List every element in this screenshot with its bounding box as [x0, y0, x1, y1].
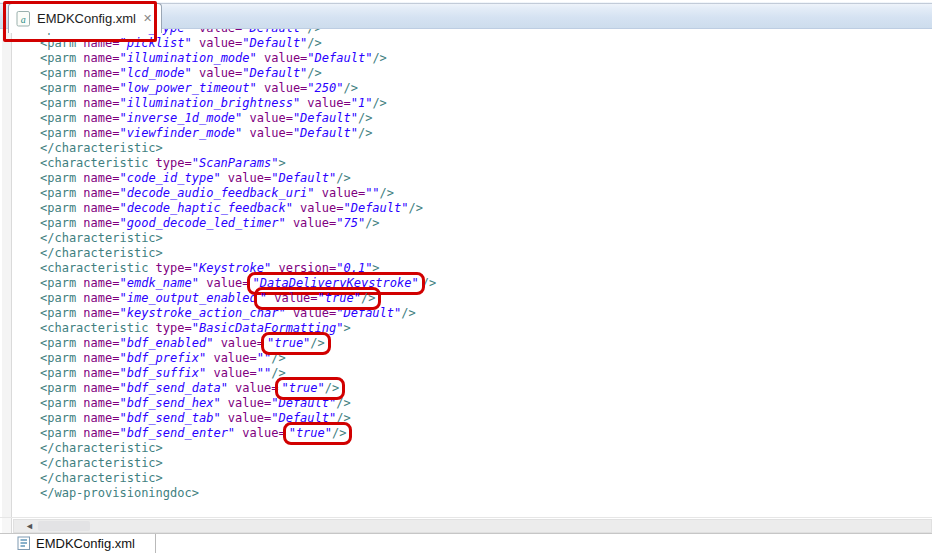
code-line[interactable]: </characteristic>	[40, 471, 932, 486]
bottom-tab-emdkconfig-xml[interactable]: EMDKConfig.xml	[13, 534, 156, 553]
code-line[interactable]: <parm name="keystroke_action_char" value…	[40, 306, 932, 321]
code-line[interactable]: </characteristic>	[40, 456, 932, 471]
tab-title: EMDKConfig.xml	[37, 11, 136, 26]
code-editor[interactable]: <parm name="aim_type" value="Default"/><…	[0, 29, 932, 517]
code-line[interactable]: <parm name="inverse_1d_mode" value="Defa…	[40, 111, 932, 126]
code-line[interactable]: <characteristic type="Keystroke" version…	[40, 261, 932, 276]
code-line[interactable]: <parm name="viewfinder_mode" value="Defa…	[40, 126, 932, 141]
tab-emdkconfig-xml[interactable]: a EMDKConfig.xml ✕	[8, 3, 162, 33]
close-icon[interactable]: ✕	[142, 13, 153, 24]
code-line[interactable]: </characteristic>	[40, 441, 932, 456]
code-line[interactable]: <parm name="bdf_prefix" value=""/>	[40, 351, 932, 366]
annotation-box: "true"/>	[261, 332, 331, 355]
ruler-stub	[2, 518, 12, 533]
annotation-box: "true"/>	[283, 422, 353, 445]
code-line[interactable]: </characteristic>	[40, 231, 932, 246]
annotation-ruler	[2, 29, 12, 517]
annotation-box: " value="true"/>	[254, 287, 382, 310]
code-line[interactable]: <characteristic type="BasicDataFormattin…	[40, 321, 932, 336]
scroll-left-icon[interactable]: ◄	[14, 522, 34, 531]
code-line[interactable]: </characteristic>	[40, 246, 932, 261]
code-line[interactable]: <parm name="decode_audio_feedback_uri" v…	[40, 186, 932, 201]
code-line[interactable]: </characteristic>	[40, 141, 932, 156]
svg-text:a: a	[21, 13, 26, 24]
xml-file-icon: a	[16, 11, 31, 27]
emdk-config-editor-window: a EMDKConfig.xml ✕ <parm name="aim_type"…	[0, 0, 932, 553]
source-view-icon	[17, 536, 31, 551]
code-line[interactable]: <parm name="bdf_send_data" value="true"/…	[40, 381, 932, 396]
code-line[interactable]: <parm name="illumination_brightness" val…	[40, 96, 932, 111]
code-line[interactable]: <parm name="bdf_enabled" value="true"/>	[40, 336, 932, 351]
code-line[interactable]: <parm name="bdf_suffix" value=""/>	[40, 366, 932, 381]
code-line[interactable]: </wap-provisioningdoc>	[40, 486, 932, 501]
scrollbar-row: ◄	[0, 517, 932, 533]
code-line[interactable]: <parm name="aim_type" value="Default"/>	[40, 29, 932, 36]
code-line[interactable]: <parm name="code_id_type" value="Default…	[40, 171, 932, 186]
code-line[interactable]: <parm name="decode_haptic_feedback" valu…	[40, 201, 932, 216]
code-line[interactable]: <parm name="low_power_timeout" value="25…	[40, 81, 932, 96]
annotation-box: "true"/>	[275, 377, 345, 400]
code-line[interactable]: <parm name="good_decode_led_timer" value…	[40, 216, 932, 231]
code-line[interactable]: <parm name="bdf_send_tab" value="Default…	[40, 411, 932, 426]
code-line[interactable]: <parm name="picklist" value="Default"/>	[40, 36, 932, 51]
code-line[interactable]: <parm name="illumination_mode" value="De…	[40, 51, 932, 66]
code-line[interactable]: <parm name="ime_output_enabled" value="t…	[40, 291, 932, 306]
horizontal-scrollbar[interactable]: ◄	[13, 519, 932, 533]
code-line[interactable]: <parm name="bdf_send_enter" value="true"…	[40, 426, 932, 441]
code-line[interactable]: <parm name="emdk_name" value="DataDelive…	[40, 276, 932, 291]
xml-source[interactable]: <parm name="aim_type" value="Default"/><…	[12, 29, 932, 517]
code-line[interactable]: <parm name="bdf_send_hex" value="Default…	[40, 396, 932, 411]
code-line[interactable]: <parm name="lcd_mode" value="Default"/>	[40, 66, 932, 81]
scrollbar-thumb[interactable]	[38, 521, 90, 531]
bottom-tab-bar: EMDKConfig.xml	[0, 533, 932, 553]
bottom-tab-title: EMDKConfig.xml	[36, 536, 135, 551]
code-line[interactable]: <characteristic type="ScanParams">	[40, 156, 932, 171]
